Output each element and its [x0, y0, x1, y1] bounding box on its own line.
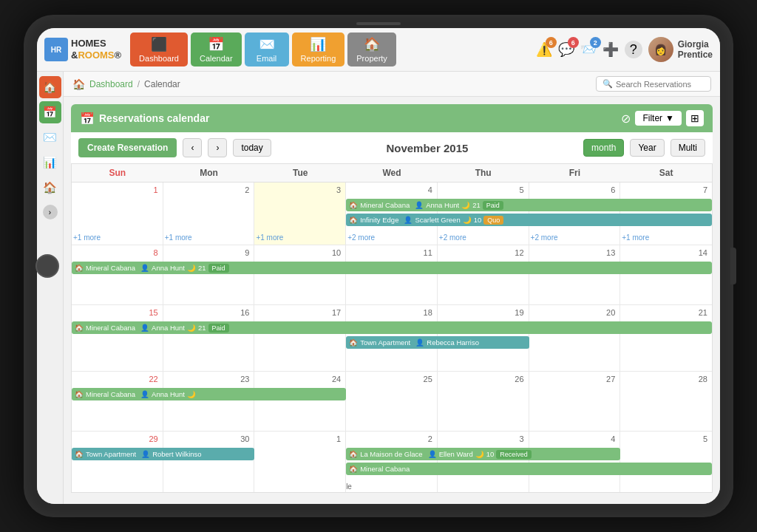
property-name: Mineral Cabana: [86, 324, 135, 332]
cell-nov-28[interactable]: 28: [620, 372, 712, 431]
reservation-town-apartment-w5[interactable]: 🏠 Town Apartment 👤 Robert Wilkinso: [72, 448, 254, 460]
nav-reporting[interactable]: 📊 Reporting: [292, 33, 345, 66]
cell-nov-26[interactable]: 26: [438, 372, 529, 431]
cell-nov-24[interactable]: 24: [254, 372, 346, 431]
grid-view-button[interactable]: ⊞: [686, 110, 704, 126]
month-year-label: November 2015: [277, 142, 577, 154]
calendar-toolbar: Create Reservation ‹ › today November 20…: [71, 132, 713, 164]
cell-nov-8[interactable]: 8: [72, 245, 163, 304]
reservation-mineral-cabana-w1[interactable]: 🏠 Mineral Cabana 👤 Anna Hunt 🌙 21 Paid: [346, 199, 712, 211]
more-1-wed[interactable]: +2 more: [346, 230, 438, 243]
nav-calendar[interactable]: 📅 Calendar: [191, 33, 242, 66]
reservation-mineral-cabana-w3[interactable]: 🏠 Mineral Cabana 👤 Anna Hunt 🌙 21 Paid: [72, 321, 712, 334]
sidebar-item-email[interactable]: ✉️: [39, 126, 61, 149]
cell-nov-9[interactable]: 9: [163, 245, 255, 304]
reporting-icon: 📊: [310, 36, 326, 52]
help-button[interactable]: ?: [625, 41, 642, 58]
cell-nov-14[interactable]: 14: [620, 245, 712, 304]
add-button[interactable]: ➕: [602, 41, 619, 58]
cell-nov-23[interactable]: 23: [163, 372, 255, 431]
property-name: Mineral Cabana: [86, 390, 135, 398]
more-1-sun[interactable]: +1 more: [72, 230, 163, 243]
more-1-mon[interactable]: +1 more: [163, 230, 255, 243]
sidebar-item-home[interactable]: 🏠: [39, 76, 61, 98]
reservation-town-apartment-w3[interactable]: 🏠 Town Apartment 👤 Rebecca Harriso: [346, 336, 529, 349]
date-12: 12: [441, 247, 526, 259]
cell-nov-25[interactable]: 25: [346, 372, 438, 431]
nav-email[interactable]: ✉️ Email: [245, 33, 289, 66]
refresh-icon[interactable]: ⊘: [621, 112, 631, 126]
next-month-button[interactable]: ›: [208, 138, 227, 157]
nav-property[interactable]: 🏠 Property: [347, 33, 396, 66]
device-side-button[interactable]: [730, 248, 736, 284]
guest-name: Anna Hunt: [152, 324, 185, 332]
more-links-w1: +1 more +1 more +1 more +2 more +2 more …: [72, 230, 712, 243]
more-1-sat[interactable]: +1 more: [620, 230, 712, 243]
date-28: 28: [623, 373, 709, 385]
nav-dashboard[interactable]: ⬛ Dashboard: [130, 33, 188, 66]
messages-button[interactable]: 💬 6: [558, 41, 574, 58]
search-input[interactable]: [616, 80, 705, 89]
reservation-mineral-cabana-w5b[interactable]: 🏠 Mineral Cabana: [346, 463, 712, 475]
mail-button[interactable]: 📨 2: [580, 41, 597, 58]
reporting-label: Reporting: [301, 54, 336, 63]
cell-nov-22[interactable]: 22: [72, 372, 163, 431]
content-area: 🏠 Dashboard / Calendar 🔍 📅 R: [64, 72, 720, 504]
cell-nov-29[interactable]: 29: [72, 432, 163, 492]
guest-icon: 👤: [140, 390, 149, 398]
cell-dec-3[interactable]: 3: [438, 432, 529, 492]
multi-view-button[interactable]: Multi: [671, 139, 705, 157]
sidebar-item-property[interactable]: 🏠: [39, 177, 61, 199]
cell-nov-16[interactable]: 16: [163, 305, 255, 371]
create-reservation-button[interactable]: Create Reservation: [78, 138, 177, 157]
more-1-fri[interactable]: +2 more: [529, 230, 621, 243]
cell-nov-30[interactable]: 30: [163, 432, 255, 492]
guest-icon: 👤: [140, 264, 149, 272]
cell-dec-1[interactable]: 1: [254, 432, 346, 492]
avatar: 👩: [648, 37, 673, 62]
cell-dec-2[interactable]: 2: [346, 432, 438, 492]
month-view-button[interactable]: month: [583, 139, 624, 157]
more-1-tue[interactable]: +1 more: [254, 230, 346, 243]
guest-icon: 👤: [415, 338, 424, 347]
device-home-button[interactable]: [35, 254, 59, 278]
calendar-label: Calendar: [200, 54, 233, 63]
reservation-mineral-cabana-w4[interactable]: 🏠 Mineral Cabana 👤 Anna Hunt 🌙: [72, 388, 346, 400]
cell-nov-21[interactable]: 21: [620, 305, 712, 371]
cell-dec-5[interactable]: 5: [620, 432, 712, 492]
cell-nov-20[interactable]: 20: [529, 305, 621, 371]
sidebar-item-calendar[interactable]: 📅: [39, 101, 61, 123]
sidebar-toggle[interactable]: ›: [43, 205, 58, 219]
cell-nov-11[interactable]: 11: [346, 245, 438, 304]
messages-badge: 6: [568, 37, 579, 48]
day-tue: Tue: [254, 164, 346, 182]
sidebar-item-reports[interactable]: 📊: [39, 151, 61, 174]
date-3: 3: [257, 184, 342, 196]
today-button[interactable]: today: [233, 139, 271, 157]
day-thu: Thu: [438, 164, 529, 182]
moon-icon: 🌙: [475, 450, 484, 458]
cell-nov-17[interactable]: 17: [254, 305, 346, 371]
more-1-thu[interactable]: +2 more: [438, 230, 529, 243]
user-menu[interactable]: 👩 Giorgia Prentice: [648, 37, 713, 62]
cell-dec-4[interactable]: 4: [529, 432, 621, 492]
reservation-infinity-edge-w1[interactable]: 🏠 Infinity Edge 👤 Scarlett Green 🌙 10 Qu…: [346, 214, 712, 226]
breadcrumb-dashboard[interactable]: Dashboard: [89, 79, 133, 89]
top-nav: HR HOMES&ROOMS® ⬛ Dashboard 📅 Calendar ✉…: [37, 28, 720, 72]
search-box[interactable]: 🔍: [596, 76, 711, 92]
week-1: 1 2 3 4 5 6 7 🏠 Mineral Cabana: [72, 183, 712, 245]
cell-nov-13[interactable]: 13: [529, 245, 621, 304]
year-view-button[interactable]: Year: [630, 139, 664, 157]
filter-button[interactable]: Filter ▼: [635, 111, 682, 126]
cell-nov-10[interactable]: 10: [254, 245, 346, 304]
prev-month-button[interactable]: ‹: [183, 138, 202, 157]
home-icon: 🏠: [349, 450, 358, 458]
cell-nov-27[interactable]: 27: [529, 372, 621, 431]
reservation-mineral-cabana-w2[interactable]: 🏠 Mineral Cabana 👤 Anna Hunt 🌙 21 Paid: [72, 262, 712, 274]
alerts-button[interactable]: ⚠️ 6: [536, 41, 552, 58]
cell-nov-15[interactable]: 15: [72, 305, 163, 371]
status-paid: Paid: [208, 264, 229, 273]
reservation-maison-glace-w5[interactable]: 🏠 La Maison de Glace 👤 Ellen Ward 🌙 10 R…: [346, 448, 620, 460]
cell-nov-12[interactable]: 12: [438, 245, 529, 304]
moon-icon: 🌙: [187, 264, 196, 272]
